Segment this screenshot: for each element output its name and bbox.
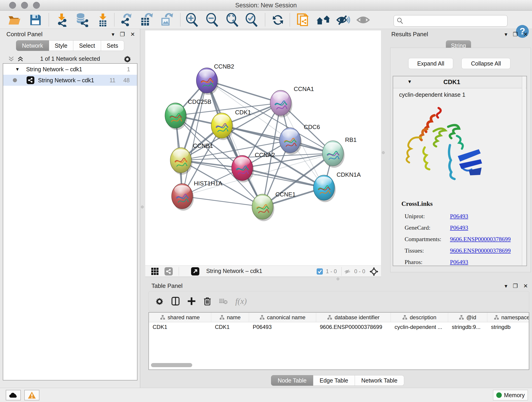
add-column-icon[interactable] (187, 297, 196, 306)
string-documents-button[interactable] (296, 13, 311, 27)
network-node-CDC6[interactable] (279, 128, 302, 155)
tab-node-table[interactable]: Node Table (271, 375, 313, 386)
table-cell[interactable]: CDK1 (211, 322, 249, 332)
table-cell[interactable]: cyclin-dependent ... (391, 322, 448, 332)
zoom-out-button[interactable] (205, 13, 220, 27)
zoom-selected-button[interactable] (244, 13, 259, 27)
network-view-share-icon[interactable] (165, 267, 173, 275)
apply-layout-button[interactable] (270, 13, 285, 27)
network-node-HIST1H1A[interactable] (172, 184, 194, 211)
import-network-database-button[interactable] (75, 13, 90, 27)
import-table-file-button[interactable] (95, 13, 110, 27)
gene-section-header[interactable]: ▼ CDK1 (393, 76, 526, 88)
crosslink-link[interactable]: P06493 (450, 259, 468, 266)
panel-close-icon[interactable]: ✕ (523, 31, 528, 38)
export-table-button[interactable] (139, 13, 154, 27)
column-type-icon (459, 315, 464, 320)
warnings-button[interactable] (24, 390, 39, 400)
network-canvas[interactable]: CCNB2CCNA1CDC25BCDK1CDC6RB1CCNB1CCNA2CDK… (145, 31, 381, 265)
detach-view-icon[interactable] (191, 267, 199, 275)
network-row[interactable]: String Network – cdk1 11 48 (3, 75, 137, 86)
network-node-CCNB1[interactable] (170, 148, 192, 175)
panel-menu-icon[interactable]: ▾ (505, 31, 507, 38)
crosslinks-title: CrossLinks (401, 200, 511, 207)
table-row[interactable]: CDK1CDK1P064939606.ENSP00000378699cyclin… (149, 322, 529, 332)
panel-close-icon[interactable]: ✕ (130, 31, 135, 38)
network-node-CCNB2[interactable] (196, 68, 219, 95)
grid-view-icon[interactable] (151, 267, 159, 275)
export-network-button[interactable] (119, 13, 134, 27)
selected-checkbox-icon[interactable] (317, 268, 323, 274)
panel-menu-icon[interactable]: ▾ (505, 283, 507, 289)
column-header-name[interactable]: name (211, 313, 249, 322)
memory-button[interactable]: Memory (493, 390, 528, 400)
table-options-gear-icon[interactable] (155, 297, 164, 306)
hide-unhide-button[interactable] (336, 13, 351, 27)
cloud-status-button[interactable] (6, 390, 21, 400)
network-node-CCNE1[interactable] (252, 194, 274, 221)
panel-float-icon[interactable]: ❐ (513, 31, 518, 38)
tab-edge-table[interactable]: Edge Table (313, 375, 355, 386)
table-cell[interactable]: P06493 (249, 322, 316, 332)
panel-close-icon[interactable]: ✕ (523, 283, 528, 289)
network-node-CDKN1A[interactable] (313, 175, 336, 202)
import-network-file-button[interactable] (54, 13, 69, 27)
tab-style[interactable]: Style (49, 40, 74, 51)
collapse-all-button[interactable]: Collapse All (462, 58, 510, 69)
expand-all-button[interactable]: Expand All (408, 58, 453, 69)
column-header-@id[interactable]: @id (448, 313, 487, 322)
network-edge-CCNE1-HIST1H1A[interactable] (182, 196, 263, 207)
network-node-RB1[interactable] (322, 141, 345, 168)
column-header-database-identifier[interactable]: database identifier (316, 313, 391, 322)
node-table[interactable]: shared namenamecanonical namedatabase id… (148, 312, 529, 370)
network-edge-HIST1H1A-RB1[interactable] (182, 153, 333, 196)
hidden-items-eye-icon[interactable] (344, 268, 351, 275)
network-graph[interactable]: CCNB2CCNA1CDC25BCDK1CDC6RB1CCNB1CCNA2CDK… (145, 31, 381, 265)
crosslink-link[interactable]: P06493 (450, 213, 468, 220)
search-input[interactable] (404, 18, 500, 24)
splitter-handle[interactable] (382, 151, 385, 154)
table-cell[interactable]: stringdb:9... (448, 322, 487, 332)
network-node-count: 11 (109, 77, 115, 84)
column-header-namespace[interactable]: namespace (487, 313, 529, 322)
network-node-CCNA1[interactable] (270, 90, 292, 117)
open-file-button[interactable] (7, 13, 22, 27)
birds-eye-view-icon[interactable] (369, 267, 379, 276)
crosslink-link[interactable]: 9606.ENSP00000378699 (450, 247, 511, 254)
collection-expander-icon[interactable]: ▼ (15, 67, 20, 72)
tab-network[interactable]: Network (16, 40, 49, 51)
table-cell[interactable]: CDK1 (149, 322, 211, 332)
splitter-handle[interactable] (141, 206, 144, 208)
export-image-button[interactable] (159, 13, 174, 27)
tab-sets[interactable]: Sets (101, 40, 124, 51)
panel-menu-icon[interactable]: ▾ (112, 31, 114, 38)
table-cell[interactable]: 9606.ENSP00000378699 (316, 322, 391, 332)
save-session-button[interactable] (28, 13, 43, 27)
column-header-shared-name[interactable]: shared name (149, 313, 211, 322)
column-header-description[interactable]: description (391, 313, 448, 322)
delete-column-trash-icon[interactable] (203, 297, 211, 306)
network-edge-CCNB2-HIST1H1A[interactable] (182, 80, 207, 196)
tab-select[interactable]: Select (73, 40, 101, 51)
show-columns-icon[interactable] (171, 297, 180, 306)
network-edge-CCNB2-CCNE1[interactable] (207, 80, 263, 207)
home-networks-button[interactable] (316, 13, 331, 27)
table-cell[interactable]: stringdb (487, 322, 529, 332)
panel-float-icon[interactable]: ❐ (513, 283, 518, 289)
results-scrollbar[interactable] (522, 76, 526, 266)
search-box[interactable] (394, 15, 507, 27)
network-collection-row[interactable]: ▼ String Network – cdk1 1 (3, 64, 137, 75)
panel-float-icon[interactable]: ❐ (120, 31, 125, 38)
node-label-CDK1: CDK1 (235, 109, 251, 116)
zoom-fit-button[interactable] (225, 13, 240, 27)
crosslink-link[interactable]: 9606.ENSP00000378699 (450, 236, 511, 243)
network-node-CDK1[interactable] (211, 113, 234, 140)
network-options-gear-icon[interactable] (123, 55, 132, 63)
tab-network-table[interactable]: Network Table (355, 375, 404, 386)
zoom-in-button[interactable] (185, 13, 200, 27)
gene-section: ▼ CDK1 cyclin-dependent kinase 1 (393, 76, 527, 266)
crosslink-link[interactable]: P06493 (450, 224, 468, 231)
show-all-button[interactable] (355, 13, 371, 27)
table-horizontal-scrollbar[interactable] (151, 363, 192, 367)
column-header-canonical-name[interactable]: canonical name (249, 313, 316, 322)
